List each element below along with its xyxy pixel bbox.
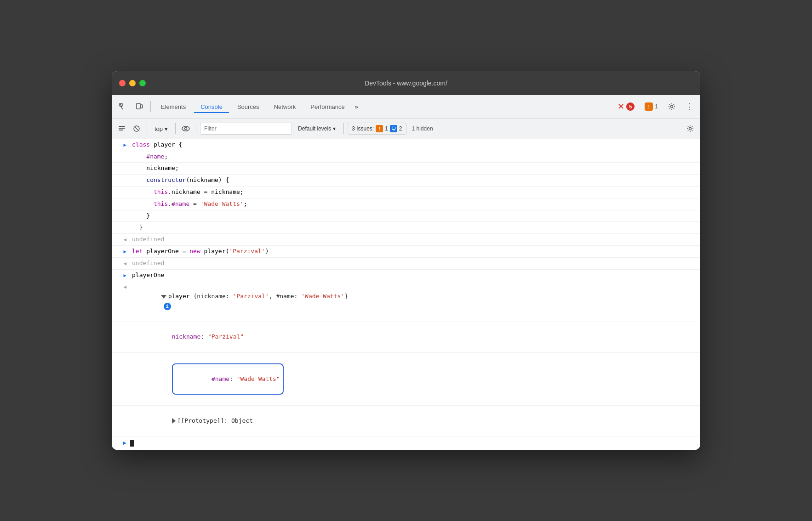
console-output-3-proto[interactable]: [[Prototype]]: Object xyxy=(112,406,700,436)
tab-elements[interactable]: Elements xyxy=(154,101,192,113)
input-arrow-3: ▶ xyxy=(123,272,126,280)
line-gutter-out3: ◀ xyxy=(112,282,130,291)
line-gutter-name xyxy=(112,354,130,355)
toolbar-separator-4 xyxy=(343,123,344,134)
console-output-1: ◀ undefined xyxy=(112,234,700,246)
stop-recording-button[interactable] xyxy=(130,122,143,135)
input-arrow-1: ▶ xyxy=(123,141,126,149)
svg-point-9 xyxy=(182,126,189,131)
console-input-1f: this.#name = 'Wade Watts'; xyxy=(112,198,700,210)
console-output-3-header[interactable]: ◀ player {nickname: 'Parzival', #name: '… xyxy=(112,281,700,322)
expand-proto-icon[interactable] xyxy=(172,418,176,424)
return-arrow-1: ◀ xyxy=(123,236,126,244)
settings-button[interactable] xyxy=(664,99,679,114)
line-content-1g: } xyxy=(130,211,697,221)
line-gutter-2: ▶ xyxy=(112,247,130,256)
line-content-proto: [[Prototype]]: Object xyxy=(130,407,697,435)
info-badge[interactable]: i xyxy=(164,303,171,310)
traffic-lights xyxy=(119,80,146,86)
console-input-1e: this.nickname = nickname; xyxy=(112,187,700,198)
maximize-button[interactable] xyxy=(139,80,146,86)
svg-rect-5 xyxy=(119,128,125,129)
issues-label: 3 Issues: xyxy=(352,125,374,132)
context-selector-button[interactable]: top ▾ xyxy=(151,124,172,134)
line-gutter-nickname xyxy=(112,323,130,324)
line-content-3: playerOne xyxy=(130,271,697,280)
console-toolbar: top ▾ Default levels ▾ 3 Issues: ! 1 🗨 2… xyxy=(112,119,700,139)
svg-rect-4 xyxy=(119,126,125,127)
clear-console-button[interactable] xyxy=(115,122,128,135)
issues-warn-count: 1 xyxy=(385,125,388,132)
collapse-icon[interactable] xyxy=(161,295,166,299)
inspect-element-button[interactable] xyxy=(115,99,130,114)
line-gutter-1c xyxy=(112,164,130,164)
context-chevron: ▾ xyxy=(165,125,168,132)
console-settings-button[interactable] xyxy=(684,122,697,135)
levels-label: Default levels xyxy=(298,125,331,132)
minimize-button[interactable] xyxy=(129,80,136,86)
svg-line-8 xyxy=(135,127,138,130)
console-input-1c: nickname; xyxy=(112,163,700,175)
close-button[interactable] xyxy=(119,80,126,86)
line-content-1d: constructor(nickname) { xyxy=(130,176,697,185)
line-content-out1: undefined xyxy=(130,235,697,244)
tab-console[interactable]: Console xyxy=(194,101,229,113)
line-content-2: let playerOne = new player('Parzival') xyxy=(130,247,697,256)
input-cursor xyxy=(130,440,134,447)
device-toolbar-button[interactable] xyxy=(132,99,147,114)
console-output-3-name: #name: "Wade Watts" xyxy=(112,353,700,406)
svg-point-10 xyxy=(185,128,187,130)
line-content-nickname: nickname: "Parzival" xyxy=(130,323,697,351)
line-content-1f: this.#name = 'Wade Watts'; xyxy=(130,199,697,209)
line-gutter-3: ▶ xyxy=(112,271,130,280)
filter-input[interactable] xyxy=(200,123,292,135)
line-gutter-1: ▶ xyxy=(112,140,130,149)
line-content-out2: undefined xyxy=(130,259,697,268)
line-gutter-1d xyxy=(112,176,130,176)
console-input-row[interactable]: ▶ xyxy=(112,436,700,450)
eye-button[interactable] xyxy=(179,122,192,135)
line-gutter-proto xyxy=(112,407,130,408)
window-title: DevTools - www.google.com/ xyxy=(365,79,447,87)
error-badge-button[interactable]: ✕ 5 xyxy=(614,100,638,113)
tab-network[interactable]: Network xyxy=(268,101,303,113)
tab-separator xyxy=(150,101,151,112)
line-content-1: class player { xyxy=(130,140,697,150)
svg-rect-6 xyxy=(119,130,123,130)
issues-badge[interactable]: 3 Issues: ! 1 🗨 2 xyxy=(348,123,406,135)
tab-bar: Elements Console Sources Network Perform… xyxy=(112,95,700,119)
line-content-name: #name: "Wade Watts" xyxy=(130,354,697,404)
console-input-2[interactable]: ▶ let playerOne = new player('Parzival') xyxy=(112,246,700,258)
hidden-label: 1 hidden xyxy=(412,125,433,132)
line-gutter-1f xyxy=(112,199,130,200)
toolbar-separator xyxy=(147,123,147,134)
line-gutter-1g xyxy=(112,211,130,212)
levels-button[interactable]: Default levels ▾ xyxy=(294,123,340,134)
return-arrow-2: ◀ xyxy=(123,260,126,268)
more-tabs-button[interactable]: » xyxy=(353,102,360,111)
tab-performance[interactable]: Performance xyxy=(304,101,351,113)
toolbar-separator-3 xyxy=(196,123,196,134)
line-content-out3-header: player {nickname: 'Parzival', #name: 'Wa… xyxy=(130,282,697,320)
name-highlight: #name: "Wade Watts" xyxy=(172,363,284,395)
console-input-1[interactable]: ▶ class player { xyxy=(112,139,700,151)
console-output: ▶ class player { #name; nickname; constr… xyxy=(112,139,700,450)
line-content-1h: } xyxy=(130,223,697,232)
line-gutter-1h xyxy=(112,223,130,224)
console-input-1h: } xyxy=(112,222,700,234)
line-gutter-1e xyxy=(112,187,130,188)
console-input-3[interactable]: ▶ playerOne xyxy=(112,270,700,282)
line-content-1e: this.nickname = nickname; xyxy=(130,187,697,197)
line-gutter-out2: ◀ xyxy=(112,259,130,268)
return-arrow-3: ◀ xyxy=(123,283,126,291)
more-options-button[interactable]: ⋮ xyxy=(682,99,697,114)
console-input-1d: constructor(nickname) { xyxy=(112,175,700,187)
warn-badge-button[interactable]: ! 1 xyxy=(641,101,662,113)
line-content-1c: nickname; xyxy=(130,164,697,173)
line-content-1b: #name; xyxy=(130,152,697,162)
title-bar: DevTools - www.google.com/ xyxy=(112,71,700,95)
console-output-2: ◀ undefined xyxy=(112,258,700,270)
devtools-window: DevTools - www.google.com/ Elements Cons… xyxy=(112,71,700,450)
tab-sources[interactable]: Sources xyxy=(231,101,266,113)
input-caret: ▶ xyxy=(112,438,130,448)
